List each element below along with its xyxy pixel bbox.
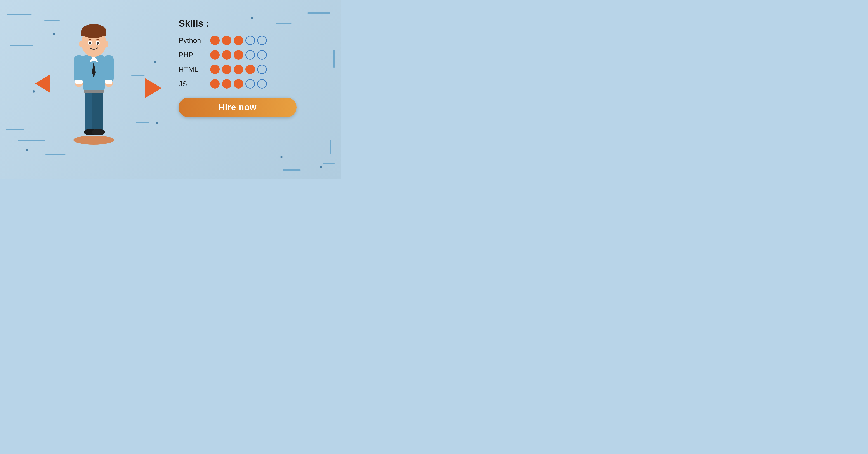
deco-line-r3 bbox=[323, 163, 335, 164]
deco-line-2 bbox=[44, 20, 60, 22]
skill-dot-js-3 bbox=[246, 79, 255, 89]
svg-point-19 bbox=[104, 41, 108, 47]
skill-dot-python-2 bbox=[234, 36, 243, 45]
skill-dot-js-4 bbox=[257, 79, 267, 89]
skill-row-js: JS bbox=[179, 79, 310, 89]
skill-dot-html-0 bbox=[210, 65, 220, 74]
skill-dot-php-4 bbox=[257, 50, 267, 60]
deco-line-6 bbox=[45, 154, 66, 155]
skill-dot-html-2 bbox=[234, 65, 243, 74]
skill-row-html: HTML bbox=[179, 65, 310, 74]
skill-row-php: PHP bbox=[179, 50, 310, 60]
skill-name-python: Python bbox=[179, 36, 206, 45]
svg-point-4 bbox=[92, 129, 105, 135]
triangle-left-icon bbox=[35, 74, 50, 93]
hire-now-button[interactable]: Hire now bbox=[179, 98, 297, 117]
deco-dot-7 bbox=[280, 156, 283, 158]
deco-line-3 bbox=[10, 45, 33, 46]
skill-dot-python-0 bbox=[210, 36, 220, 45]
skill-dot-php-3 bbox=[246, 50, 255, 60]
skill-dot-php-2 bbox=[234, 50, 243, 60]
svg-point-23 bbox=[96, 42, 99, 45]
deco-dot-2 bbox=[33, 90, 35, 93]
skill-dots-python bbox=[210, 36, 267, 45]
skill-dots-js bbox=[210, 79, 267, 89]
skill-dot-js-2 bbox=[234, 79, 243, 89]
skill-name-js: JS bbox=[179, 80, 206, 88]
deco-line-rv2 bbox=[330, 140, 331, 154]
skill-dot-html-4 bbox=[257, 65, 267, 74]
deco-line-r1 bbox=[307, 12, 330, 13]
skill-dot-js-1 bbox=[222, 79, 231, 89]
character-illustration bbox=[67, 11, 121, 151]
deco-dot-4 bbox=[154, 61, 156, 63]
svg-rect-13 bbox=[105, 80, 112, 84]
skill-name-html: HTML bbox=[179, 65, 206, 74]
skill-dot-python-1 bbox=[222, 36, 231, 45]
deco-line-8 bbox=[135, 122, 149, 123]
svg-point-22 bbox=[89, 42, 91, 45]
skill-row-python: Python bbox=[179, 36, 310, 45]
skill-dot-php-0 bbox=[210, 50, 220, 60]
skill-dots-php bbox=[210, 50, 267, 60]
skill-dot-php-1 bbox=[222, 50, 231, 60]
deco-dot-5 bbox=[156, 122, 158, 124]
deco-line-4 bbox=[6, 129, 24, 130]
deco-dot-1 bbox=[53, 33, 55, 35]
skill-dot-js-0 bbox=[210, 79, 220, 89]
deco-line-5 bbox=[18, 140, 45, 141]
skill-dot-html-1 bbox=[222, 65, 231, 74]
svg-rect-9 bbox=[103, 55, 114, 83]
skills-section: Skills : PythonPHPHTMLJS Hire now bbox=[179, 18, 310, 117]
svg-rect-17 bbox=[81, 31, 106, 36]
skill-dot-python-4 bbox=[257, 36, 267, 45]
deco-line-7 bbox=[131, 74, 145, 76]
skill-dot-python-3 bbox=[246, 36, 255, 45]
deco-dot-3 bbox=[26, 149, 28, 151]
deco-line-r4 bbox=[283, 169, 301, 170]
skills-title: Skills : bbox=[179, 18, 310, 29]
svg-rect-1 bbox=[92, 90, 103, 131]
svg-point-18 bbox=[79, 41, 84, 47]
skill-dots-html bbox=[210, 65, 267, 74]
svg-rect-8 bbox=[74, 55, 84, 83]
deco-line-rv1 bbox=[333, 50, 335, 68]
skill-dot-html-3 bbox=[246, 65, 255, 74]
triangle-right-icon bbox=[145, 78, 162, 98]
deco-line-1 bbox=[7, 13, 32, 15]
skill-name-php: PHP bbox=[179, 51, 206, 59]
background: Skills : PythonPHPHTMLJS Hire now bbox=[0, 0, 341, 179]
svg-rect-12 bbox=[75, 80, 83, 84]
deco-dot-8 bbox=[320, 166, 322, 168]
skill-rows-container: PythonPHPHTMLJS bbox=[179, 36, 310, 89]
